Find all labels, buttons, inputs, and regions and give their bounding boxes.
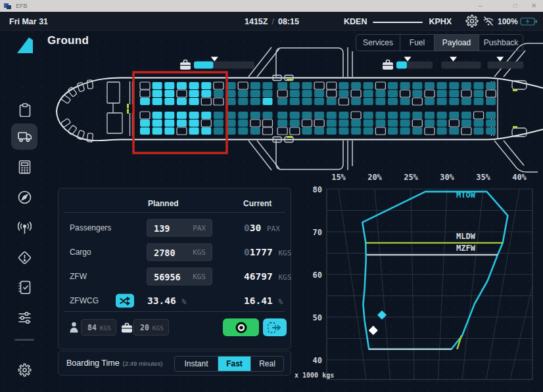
- seat[interactable]: [412, 82, 422, 89]
- seat[interactable]: [263, 82, 273, 89]
- seat[interactable]: [400, 98, 410, 105]
- seat[interactable]: [153, 98, 162, 105]
- seat[interactable]: [277, 90, 287, 97]
- seat[interactable]: [388, 120, 398, 127]
- seat[interactable]: [425, 82, 435, 89]
- seat-grid[interactable]: [140, 82, 496, 135]
- sidebar-item-flight-plan[interactable]: [11, 97, 37, 123]
- seat[interactable]: [153, 82, 162, 89]
- seat[interactable]: [277, 98, 287, 105]
- seat[interactable]: [400, 120, 410, 127]
- seat[interactable]: [250, 98, 260, 105]
- seat[interactable]: [425, 127, 435, 135]
- seat[interactable]: [425, 90, 435, 97]
- seat[interactable]: [327, 82, 337, 89]
- seat[interactable]: [164, 98, 174, 105]
- seat[interactable]: [375, 82, 385, 89]
- seat[interactable]: [189, 98, 199, 105]
- seat[interactable]: [461, 120, 471, 127]
- seat[interactable]: [437, 120, 447, 127]
- cargo-planned-input[interactable]: 2780KGS: [147, 244, 212, 261]
- seat[interactable]: [388, 98, 398, 105]
- seat[interactable]: [302, 82, 312, 89]
- seat[interactable]: [449, 98, 459, 105]
- seat[interactable]: [474, 98, 484, 105]
- close-button[interactable]: ✕: [531, 0, 536, 12]
- seat[interactable]: [314, 82, 324, 89]
- seat[interactable]: [364, 127, 373, 135]
- seat[interactable]: [140, 112, 150, 119]
- seat[interactable]: [364, 112, 373, 119]
- seat[interactable]: [486, 127, 496, 135]
- seat[interactable]: [214, 120, 224, 127]
- seat[interactable]: [400, 127, 410, 135]
- tab-fuel[interactable]: Fuel: [400, 35, 435, 51]
- seat[interactable]: [214, 112, 224, 119]
- seat[interactable]: [164, 90, 174, 97]
- wifi-off-icon[interactable]: [482, 16, 495, 28]
- seat[interactable]: [238, 98, 248, 105]
- seat[interactable]: [474, 82, 484, 89]
- seat[interactable]: [140, 127, 150, 135]
- seat[interactable]: [314, 120, 324, 127]
- seat[interactable]: [189, 82, 199, 89]
- tab-pushback[interactable]: Pushback: [479, 35, 523, 51]
- seat[interactable]: [153, 127, 162, 135]
- passengers-planned-input[interactable]: 139PAX: [147, 219, 212, 237]
- sidebar-item-navigation[interactable]: [11, 184, 37, 210]
- sidebar-item-alerts[interactable]: [11, 244, 37, 271]
- seat[interactable]: [351, 127, 361, 135]
- seat[interactable]: [164, 112, 174, 119]
- seat[interactable]: [277, 120, 287, 127]
- seat[interactable]: [201, 112, 211, 119]
- seat[interactable]: [250, 120, 260, 127]
- seat[interactable]: [214, 98, 224, 105]
- seat[interactable]: [238, 82, 248, 89]
- seat[interactable]: [412, 120, 422, 127]
- seat[interactable]: [412, 127, 422, 135]
- seat[interactable]: [314, 90, 324, 97]
- seat[interactable]: [388, 90, 398, 97]
- seat[interactable]: [474, 120, 484, 127]
- seat[interactable]: [164, 120, 174, 127]
- seat[interactable]: [327, 98, 337, 105]
- seat[interactable]: [153, 120, 162, 127]
- seat[interactable]: [425, 120, 435, 127]
- seat[interactable]: [351, 98, 361, 105]
- sidebar-item-checklist[interactable]: [11, 274, 37, 300]
- seat[interactable]: [412, 112, 422, 119]
- seat[interactable]: [290, 82, 300, 89]
- seat[interactable]: [290, 90, 300, 97]
- seat[interactable]: [140, 98, 150, 105]
- seat[interactable]: [425, 112, 435, 119]
- seat[interactable]: [486, 90, 496, 97]
- seat[interactable]: [153, 90, 162, 97]
- seat[interactable]: [177, 112, 187, 119]
- seat[interactable]: [339, 90, 348, 97]
- seat[interactable]: [201, 98, 211, 105]
- seat[interactable]: [189, 112, 199, 119]
- seat[interactable]: [351, 112, 361, 119]
- seat[interactable]: [375, 120, 385, 127]
- tab-payload[interactable]: Payload: [435, 35, 479, 51]
- seat[interactable]: [364, 90, 373, 97]
- seat[interactable]: [364, 98, 373, 105]
- boarding-option-instant[interactable]: Instant: [175, 357, 218, 371]
- seat[interactable]: [461, 98, 471, 105]
- seat[interactable]: [327, 90, 337, 97]
- seat[interactable]: [189, 127, 199, 135]
- seat[interactable]: [263, 127, 273, 135]
- seat[interactable]: [339, 82, 348, 89]
- seat[interactable]: [461, 90, 471, 97]
- seat[interactable]: [250, 82, 260, 89]
- seat[interactable]: [214, 82, 224, 89]
- seat[interactable]: [339, 120, 348, 127]
- seat[interactable]: [302, 120, 312, 127]
- seat[interactable]: [314, 127, 324, 135]
- seat[interactable]: [238, 127, 248, 135]
- seat[interactable]: [177, 90, 187, 97]
- seat[interactable]: [449, 90, 459, 97]
- seat[interactable]: [486, 120, 496, 127]
- seat[interactable]: [277, 112, 287, 119]
- boarding-option-fast[interactable]: Fast: [218, 357, 251, 371]
